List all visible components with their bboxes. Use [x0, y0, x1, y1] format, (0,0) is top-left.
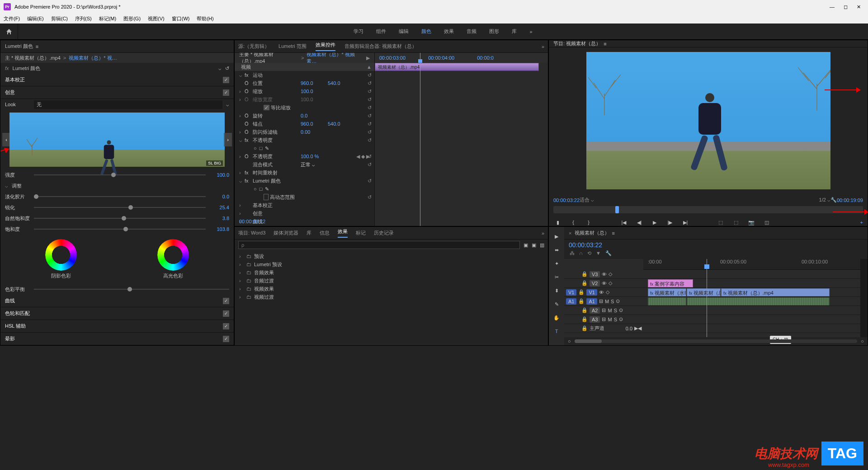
menu-window[interactable]: 窗口(W) [172, 15, 190, 22]
compare-button[interactable]: ◫ [762, 218, 771, 226]
ec-basic[interactable]: 基本校正 [251, 202, 301, 209]
ec-pos-y[interactable]: 540.0 [328, 80, 355, 86]
lum-curves[interactable]: 曲线 [5, 297, 15, 304]
rect-mask-icon[interactable]: □ [259, 186, 263, 192]
timeline-zoom-slider[interactable] [575, 339, 858, 343]
look-dropdown[interactable]: 无 [34, 100, 222, 109]
ec-time[interactable]: 时间重映射 [251, 169, 301, 176]
menu-clip[interactable]: 剪辑(C) [51, 15, 68, 22]
panel-overflow-icon[interactable]: » [542, 230, 544, 236]
zoom-out-icon[interactable]: ○ [568, 338, 571, 344]
clip-video-main-b[interactable]: fx 视频素材（总）.mp4 [721, 288, 830, 296]
hdr-checkbox[interactable] [264, 194, 269, 200]
faded-value[interactable]: 0.0 [209, 194, 229, 199]
ws-audio[interactable]: 音频 [467, 28, 476, 35]
program-tc-left[interactable]: 00:00:03:22 [553, 197, 580, 203]
saturation-slider[interactable] [34, 229, 206, 230]
timeline-ruler[interactable]: :00:00 00:00:05:00 00:00:10:00 [643, 259, 860, 270]
menu-edit[interactable]: 编辑(E) [27, 15, 44, 22]
ec-timecode[interactable]: 00:00:03:22 [239, 219, 265, 224]
track-v1-header[interactable]: V1🔒V1👁◇ [564, 288, 643, 297]
maximize-button[interactable]: ◻ [844, 4, 848, 10]
clip-audio-2[interactable] [687, 297, 830, 306]
clip-video-watermark[interactable]: fx 视频素材（水印） [648, 288, 686, 296]
reset-icon[interactable]: ↺ [368, 162, 372, 168]
intensity-slider[interactable] [34, 174, 206, 175]
reset-icon[interactable]: ↺ [368, 154, 372, 160]
ws-learn[interactable]: 学习 [354, 28, 363, 35]
menu-help[interactable]: 帮助(H) [197, 15, 213, 22]
menu-graphics[interactable]: 图形(G) [123, 15, 141, 22]
ws-color[interactable]: 颜色 [421, 28, 431, 35]
saturation-value[interactable]: 103.8 [209, 226, 229, 232]
tab-markers[interactable]: 标记 [356, 230, 366, 236]
slip-tool[interactable]: ⬍ [552, 286, 561, 296]
vibrance-value[interactable]: 3.8 [209, 216, 229, 221]
reset-icon[interactable]: ↺ [368, 194, 372, 200]
hand-tool[interactable]: ✋ [552, 313, 561, 323]
wrench-icon[interactable]: 🔧 [605, 250, 612, 256]
curves-checkbox[interactable]: ✓ [223, 298, 229, 304]
panel-menu-icon[interactable]: » [542, 44, 544, 49]
intensity-value[interactable]: 100.0 [209, 172, 229, 178]
snap-icon[interactable]: ⁂ [570, 250, 575, 256]
timeline-playhead[interactable] [707, 259, 707, 337]
folder-audio-transitions[interactable]: ›🗀音频过渡 [235, 277, 548, 285]
ec-lumetri[interactable]: Lumetri 颜色 [251, 178, 301, 184]
program-scrubber[interactable] [553, 206, 863, 213]
lum-basic[interactable]: 基本校正 [5, 76, 25, 83]
clip-subtitle[interactable]: fx 案例字幕内容 [648, 279, 693, 287]
go-in-button[interactable]: |◀ [619, 218, 628, 226]
reset-icon[interactable]: ↺ [368, 72, 372, 78]
reset-icon[interactable]: ↺ [368, 80, 372, 86]
step-back-button[interactable]: ◀| [635, 218, 644, 226]
lum-creative[interactable]: 创意 [5, 89, 15, 96]
type-tool[interactable]: T [552, 326, 561, 336]
lum-wheels[interactable]: 色轮和匹配 [5, 310, 30, 317]
ripple-tool[interactable]: ✦ [552, 258, 561, 268]
timeline-timecode[interactable]: 00:00:03:22 [564, 240, 868, 250]
uniform-checkbox[interactable]: ✓ [264, 105, 269, 110]
track-a3-header[interactable]: 🔒A3⊟MS⊙ [564, 315, 643, 324]
fit-dropdown[interactable]: 适合 ⌵ [580, 197, 594, 203]
pen-mask-icon[interactable]: ✎ [265, 186, 269, 192]
blend-dropdown[interactable]: 正常 ⌵ [301, 161, 315, 168]
razor-tool[interactable]: ✂ [552, 272, 561, 282]
tint-balance-slider[interactable] [34, 289, 229, 290]
tab-source[interactable]: 源:（无剪辑） [238, 43, 269, 50]
ec-playhead[interactable] [420, 53, 420, 226]
folder-video-transitions[interactable]: ›🗀视频过渡 [235, 293, 548, 301]
ws-libraries[interactable]: 库 [512, 28, 517, 35]
fx-badge-icon[interactable]: ▣ [524, 242, 528, 248]
creative-checkbox[interactable]: ✓ [223, 89, 229, 96]
menu-view[interactable]: 视图(V) [148, 15, 165, 22]
shadow-tint-wheel[interactable] [45, 239, 77, 271]
tab-libraries[interactable]: 库 [307, 230, 311, 236]
ec-motion[interactable]: 运动 [251, 72, 301, 79]
ws-editing[interactable]: 编辑 [399, 28, 409, 35]
vibrance-slider[interactable] [34, 218, 206, 219]
lift-button[interactable]: ⬚ [716, 218, 725, 226]
sharpen-value[interactable]: 25.4 [209, 205, 229, 210]
wheels-checkbox[interactable]: ✓ [223, 310, 229, 317]
lum-clip-link[interactable]: 视频素材（总）* 视… [69, 55, 117, 61]
track-master-header[interactable]: 🔒主声道0.0▶◀ [564, 324, 643, 333]
ec-creative[interactable]: 创意 [251, 210, 301, 217]
folder-video-effects[interactable]: ›🗀视频效果 [235, 285, 548, 293]
tab-audio-mixer[interactable]: 音频剪辑混合器: 视频素材（总） [344, 43, 417, 50]
ec-pos-x[interactable]: 960.0 [301, 80, 328, 86]
folder-presets[interactable]: ›🗀预设 [235, 252, 548, 260]
selection-tool[interactable]: ▶ [552, 231, 561, 241]
fx-badge-icon[interactable]: ▣ [532, 242, 536, 248]
track-select-tool[interactable]: ⬌ [552, 245, 561, 255]
preview-next-button[interactable]: › [224, 133, 232, 146]
reset-icon[interactable]: ↺ [368, 89, 372, 94]
reset-icon[interactable]: ↺ [368, 97, 372, 103]
go-out-button[interactable]: ▶| [681, 218, 690, 226]
step-fwd-button[interactable]: |▶ [665, 218, 675, 226]
linked-icon[interactable]: ⟲ [587, 250, 591, 256]
lum-hsl[interactable]: HSL 辅助 [5, 323, 26, 329]
reset-icon[interactable]: ↺ [368, 121, 372, 127]
pen-tool[interactable]: ✎ [552, 299, 561, 309]
mark-out-button[interactable]: } [584, 218, 593, 226]
